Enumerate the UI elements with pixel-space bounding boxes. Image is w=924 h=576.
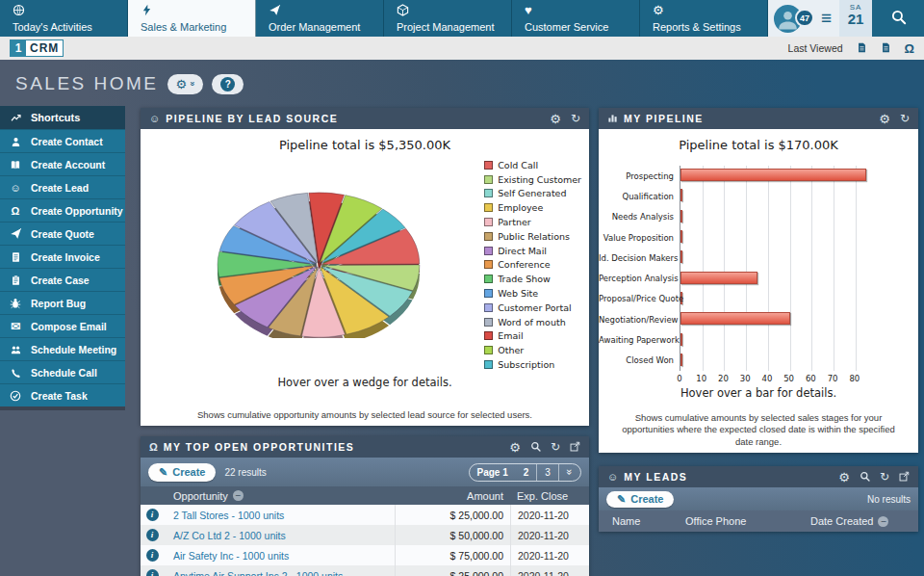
refresh-icon[interactable]: ↻ [571, 114, 580, 124]
nav-tab-customer-service[interactable]: ♥Customer Service [512, 0, 640, 37]
dashboard-settings-button[interactable]: ⚙ » [167, 74, 204, 94]
calendar-day: 21 [839, 12, 872, 26]
nav-tab-sales-marketing[interactable]: Sales & Marketing [128, 0, 256, 37]
info-icon[interactable]: i [146, 549, 159, 562]
bar-category-label: Needs Analysis [599, 212, 674, 222]
help-button[interactable]: ? [212, 74, 244, 94]
sidebar-item-compose-email[interactable]: ✉Compose Email [0, 314, 125, 337]
page-button[interactable]: 2 [516, 464, 537, 481]
legend-swatch [484, 346, 493, 354]
pie-chart[interactable] [141, 150, 474, 338]
legend-swatch [484, 303, 493, 312]
notification-badge[interactable]: 47 [795, 9, 814, 27]
sidebar-item-label: Schedule Call [31, 367, 97, 379]
page-more-button[interactable]: » [558, 464, 580, 481]
sort-icon[interactable]: – [233, 490, 244, 501]
legend-swatch [484, 275, 493, 283]
sidebar-item-create-contact[interactable]: Create Contact [0, 129, 125, 152]
sidebar-item-report-bug[interactable]: Report Bug [0, 291, 125, 314]
menu-icon[interactable]: ≡ [821, 1, 832, 36]
panel-header: ☺ MY LEADS ⚙ ↻ [599, 466, 918, 487]
legend-item: Subscription [484, 357, 581, 372]
nav-tab-today-s-activities[interactable]: Today's Activities [0, 0, 128, 37]
column-date-created[interactable]: Date Created – [810, 515, 918, 527]
sidebar-item-create-case[interactable]: Create Case [0, 268, 125, 291]
search-icon[interactable] [860, 471, 870, 484]
sidebar-item-label: Compose Email [31, 321, 107, 332]
bar[interactable] [680, 333, 682, 346]
table-row[interactable]: iAnytime Air Support Inc 2 - 1000 units$… [141, 565, 589, 576]
table-row[interactable]: i2 Tall Stores - 1000 units$ 25,000.0020… [141, 505, 589, 525]
logo-crm: CRM [26, 40, 63, 56]
opportunity-link[interactable]: A/Z Co Ltd 2 - 1000 units [173, 530, 286, 541]
nav-tab-reports-settings[interactable]: ⚙Reports & Settings [640, 0, 768, 37]
sidebar-item-create-task[interactable]: Create Task [0, 383, 125, 406]
info-icon[interactable]: i [146, 569, 159, 576]
panel-title: MY LEADS [624, 471, 687, 483]
gear-icon[interactable]: ⚙ [838, 471, 850, 484]
nav-tab-order-management[interactable]: Order Management [256, 0, 384, 37]
sidebar-item-create-account[interactable]: Create Account [0, 152, 125, 175]
nav-tab-project-management[interactable]: Project Management [384, 0, 512, 37]
document-icon[interactable] [857, 41, 867, 56]
axis-tick-label: 0 [677, 374, 681, 383]
bar[interactable] [680, 312, 790, 325]
column-amount[interactable]: Amount [395, 490, 510, 502]
page-current[interactable]: Page 1 [470, 464, 516, 481]
refresh-icon[interactable]: ↻ [900, 114, 910, 124]
gear-icon[interactable]: ⚙ [550, 113, 561, 125]
gear-icon[interactable]: ⚙ [879, 113, 890, 125]
create-lead-button[interactable]: ✎ Create [606, 491, 674, 508]
info-icon[interactable]: i [146, 529, 159, 541]
sidebar-item-schedule-call[interactable]: Schedule Call [0, 360, 125, 383]
table-row[interactable]: iA/Z Co Ltd 2 - 1000 units$ 50,000.00202… [141, 525, 589, 545]
sidebar-item-schedule-meeting[interactable]: Schedule Meeting [0, 337, 125, 360]
sidebar-item-create-lead[interactable]: ☺Create Lead [0, 175, 125, 198]
bar[interactable] [680, 210, 682, 223]
page-button[interactable]: 3 [536, 464, 558, 481]
expand-icon[interactable] [570, 441, 580, 454]
bar[interactable] [680, 250, 682, 263]
opportunity-link[interactable]: Anytime Air Support Inc 2 - 1000 units [173, 570, 343, 576]
search-icon[interactable] [530, 441, 541, 454]
gear-icon[interactable]: ⚙ [509, 441, 521, 454]
bar[interactable] [680, 230, 682, 243]
info-icon[interactable]: i [146, 509, 159, 521]
column-name[interactable]: Name [599, 515, 685, 527]
refresh-icon[interactable]: ↻ [551, 442, 560, 453]
sidebar-item-label: Create Invoice [31, 251, 100, 263]
opportunity-link[interactable]: 2 Tall Stores - 1000 units [173, 510, 284, 521]
column-opportunity[interactable]: Opportunity – [164, 490, 395, 502]
opportunity-link[interactable]: Air Safety Inc - 1000 units [173, 550, 289, 562]
bar[interactable] [680, 189, 682, 201]
horseshoe-icon[interactable]: Ω [905, 42, 914, 55]
search-button[interactable] [872, 0, 924, 37]
last-viewed-label: Last Viewed [788, 42, 843, 54]
sort-icon[interactable]: – [878, 516, 888, 527]
legend-item: Conference [484, 258, 581, 273]
bar[interactable] [680, 353, 682, 366]
sidebar-item-create-invoice[interactable]: Create Invoice [0, 245, 125, 268]
bar[interactable] [680, 272, 757, 284]
nav-tabs: Today's ActivitiesSales & MarketingOrder… [0, 0, 768, 37]
legend-swatch [484, 331, 493, 340]
column-office-phone[interactable]: Office Phone [685, 515, 810, 527]
gridline [856, 166, 857, 371]
bar-chart[interactable] [680, 166, 872, 371]
bar-chart-title: Pipeline total is $170.00K [599, 138, 918, 152]
sidebar-item-label: Create Account [31, 159, 105, 170]
expand-icon[interactable] [899, 471, 910, 484]
panel-header: ☺ PIPELINE BY LEAD SOURCE ⚙ ↻ [141, 108, 589, 129]
sidebar-item-create-opportunity[interactable]: ΩCreate Opportunity [0, 198, 125, 222]
document-icon[interactable] [881, 41, 891, 56]
create-opportunity-button[interactable]: ✎ Create [148, 463, 216, 482]
table-row[interactable]: iAir Safety Inc - 1000 units$ 75,000.002… [141, 545, 589, 565]
legend-label: Trade Show [498, 274, 551, 284]
refresh-icon[interactable]: ↻ [880, 472, 889, 483]
app-logo[interactable]: 1 CRM [10, 39, 64, 57]
bar[interactable] [680, 169, 866, 181]
column-exp-close[interactable]: Exp. Close [510, 490, 589, 502]
calendar-button[interactable]: SA 21 [839, 0, 872, 37]
trend-icon [9, 112, 22, 124]
sidebar-item-create-quote[interactable]: Create Quote [0, 222, 125, 245]
